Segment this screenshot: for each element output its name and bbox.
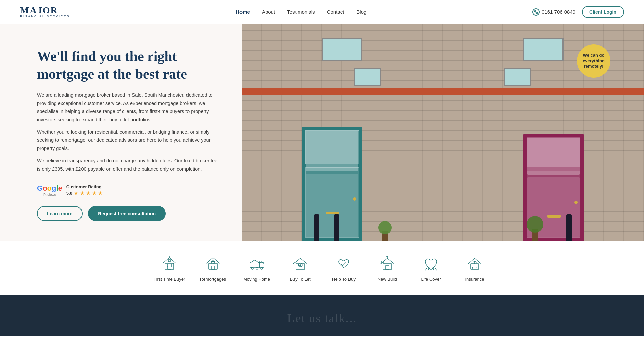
rating-stars: 5.0 ★ ★ ★ ★ ★ <box>66 190 103 196</box>
remotely-badge: We can do everything remotely! <box>577 44 610 78</box>
service-label-insurance: Insurance <box>465 277 484 282</box>
navbar: MAJOR FINANCIAL SERVICES Home About Test… <box>0 0 644 24</box>
remortgage-svg <box>205 255 221 272</box>
hero-section: We'll find you the right mortgage at the… <box>0 24 644 241</box>
service-label-life-cover: Life Cover <box>421 277 441 282</box>
insurance-icon <box>466 254 484 273</box>
life-cover-icon <box>422 254 440 273</box>
bollard-3 <box>566 214 572 241</box>
dark-section: Let us talk... <box>0 295 644 336</box>
phone-number[interactable]: 0161 706 0849 <box>532 8 575 16</box>
help-to-buy-icon <box>335 254 353 273</box>
hero-title: We'll find you the right mortgage at the… <box>37 48 221 83</box>
window-upper-left <box>354 68 381 86</box>
star-2: ★ <box>80 190 85 196</box>
phone-number-text: 0161 706 0849 <box>542 9 575 15</box>
service-label-new-build: New Build <box>378 277 397 282</box>
window-right <box>523 38 564 61</box>
service-label-moving-home: Moving Home <box>243 277 270 282</box>
star-5: ★ <box>98 190 103 196</box>
window-upper-right <box>504 68 531 86</box>
logo-subtitle: FINANCIAL SERVICES <box>20 15 70 18</box>
rating-score: 5.0 <box>66 191 72 196</box>
help-to-buy-svg <box>335 255 352 272</box>
nav-right: 0161 706 0849 Client Login <box>532 6 624 18</box>
learn-more-button[interactable]: Learn more <box>37 206 83 221</box>
nav-blog[interactable]: Blog <box>356 9 366 15</box>
consult-button[interactable]: Request free consultation <box>88 206 166 221</box>
plant-right <box>527 218 543 241</box>
google-wordmark: Google <box>37 184 62 193</box>
google-reviews-label: Reviews <box>43 193 56 197</box>
door-left <box>302 127 362 241</box>
hero-body-2: Whether you're looking for residential, … <box>37 128 221 153</box>
nav-contact[interactable]: Contact <box>327 9 344 15</box>
svg-rect-3 <box>168 260 170 262</box>
buy-to-let-svg: £ <box>292 255 309 272</box>
google-logo: Google Reviews <box>37 184 62 197</box>
service-buy-to-let[interactable]: £ Buy To Let <box>278 254 322 282</box>
service-life-cover[interactable]: Life Cover <box>409 254 453 282</box>
client-login-button[interactable]: Client Login <box>582 6 624 18</box>
service-help-to-buy[interactable]: Help To Buy <box>322 254 366 282</box>
service-remortgages[interactable]: Remortgages <box>191 254 235 282</box>
service-label-remortgages: Remortgages <box>200 277 226 282</box>
life-cover-svg <box>423 255 439 272</box>
window-left <box>322 38 362 61</box>
buy-to-let-icon: £ <box>291 254 309 273</box>
star-1: ★ <box>74 190 78 196</box>
plant-left <box>378 221 392 241</box>
svg-rect-17 <box>383 264 392 269</box>
remortgage-icon <box>204 254 222 273</box>
logo-major: MAJOR <box>20 6 70 15</box>
hero-buttons: Learn more Request free consultation <box>37 206 221 221</box>
service-label-help-to-buy: Help To Buy <box>332 277 356 282</box>
hero-body-1: We are a leading mortgage broker based i… <box>37 91 221 124</box>
google-reviews: Google Reviews Customer Rating 5.0 ★ ★ ★… <box>37 184 221 197</box>
hero-content: We'll find you the right mortgage at the… <box>0 24 241 241</box>
hero-image: We can do everything remotely! <box>241 24 644 241</box>
svg-text:£: £ <box>300 264 301 267</box>
service-new-build[interactable]: New Build <box>366 254 409 282</box>
brick-band <box>241 88 644 95</box>
service-label-buy-to-let: Buy To Let <box>290 277 310 282</box>
moving-home-svg <box>248 255 265 272</box>
star-3: ★ <box>86 190 91 196</box>
star-4: ★ <box>92 190 97 196</box>
svg-rect-0 <box>165 263 174 269</box>
service-moving-home[interactable]: Moving Home <box>235 254 278 282</box>
svg-rect-22 <box>471 264 479 269</box>
new-build-icon <box>378 254 396 273</box>
services-section: First Time Buyer Remortgages <box>0 241 644 295</box>
first-time-buyer-svg <box>161 255 178 272</box>
svg-rect-1 <box>168 266 171 269</box>
bollard-2 <box>334 214 339 241</box>
service-insurance[interactable]: Insurance <box>453 254 496 282</box>
rating-block: Customer Rating 5.0 ★ ★ ★ ★ ★ <box>66 184 103 196</box>
nav-links: Home About Testimonials Contact Blog <box>236 9 366 15</box>
bollard-1 <box>314 214 319 241</box>
phone-icon <box>532 8 540 16</box>
nav-testimonials[interactable]: Testimonials <box>287 9 315 15</box>
moving-home-icon <box>248 254 266 273</box>
logo[interactable]: MAJOR FINANCIAL SERVICES <box>20 6 70 18</box>
service-label-first-time-buyer: First Time Buyer <box>154 277 185 282</box>
rating-label: Customer Rating <box>66 184 103 189</box>
house-first-icon <box>160 254 178 273</box>
svg-rect-18 <box>386 266 389 269</box>
service-first-time-buyer[interactable]: First Time Buyer <box>148 254 191 282</box>
svg-rect-7 <box>211 266 215 269</box>
insurance-svg <box>466 255 483 272</box>
nav-home[interactable]: Home <box>236 9 250 15</box>
new-build-svg <box>379 255 396 272</box>
dark-section-title: Let us talk... <box>287 311 357 325</box>
house-image: We can do everything remotely! <box>241 24 644 241</box>
hero-body-3: We believe in transparency and do not ch… <box>37 157 221 173</box>
nav-about[interactable]: About <box>262 9 275 15</box>
